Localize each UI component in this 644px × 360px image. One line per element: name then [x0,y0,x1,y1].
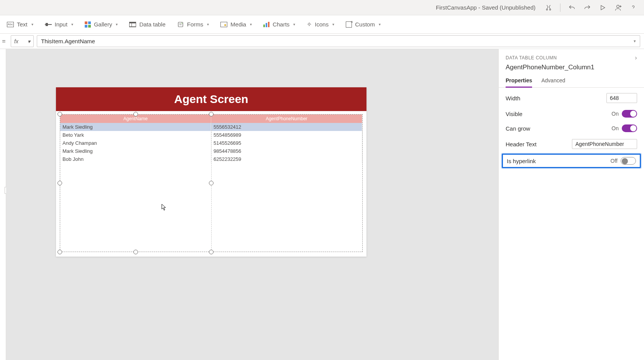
ribbon-data-table[interactable]: Data table [129,21,165,28]
resize-handle[interactable] [209,250,214,254]
column-header-agentphonenumber[interactable]: AgentPhoneNumber [211,115,362,123]
panel-caption: DATA TABLE COLUMN [506,55,557,61]
expand-formula-icon[interactable]: ▾ [634,39,636,44]
ribbon-charts[interactable]: Charts▾ [263,21,295,28]
left-rail [0,49,6,360]
help-button[interactable] [627,2,639,14]
prop-header-text: Header Text AgentPhoneNumber [506,139,637,149]
formula-input[interactable]: ThisItem.AgentName ▾ [37,35,640,47]
app-checker-icon[interactable] [542,2,555,14]
prop-visible: Visible On [506,110,637,118]
app-title: FirstCanvasApp - Saved (Unpublished) [436,4,536,11]
resize-handle[interactable] [133,250,138,254]
custom-icon [346,21,352,28]
media-icon [220,22,227,27]
resize-handle[interactable] [58,181,62,185]
canvas[interactable]: Agent Screen AgentName AgentPhoneNumber … [6,49,498,360]
ribbon-icons[interactable]: ✧ Icons▾ [307,21,334,28]
gallery-icon [85,21,91,28]
ribbon-gallery[interactable]: Gallery▾ [85,21,118,28]
can-grow-toggle[interactable] [622,124,637,132]
insert-ribbon: Abc Text▾ Input▾ Gallery▾ Data table For… [0,15,644,34]
text-icon: Abc [7,22,14,27]
charts-icon [263,22,269,27]
prop-width: Width 648 [506,93,637,103]
ribbon-text[interactable]: Abc Text▾ [7,21,33,28]
resize-handle[interactable] [133,112,138,116]
input-icon [45,24,52,25]
width-input[interactable]: 648 [606,93,637,103]
visible-toggle[interactable] [622,110,637,118]
resize-handle[interactable] [209,181,214,185]
header-text-input[interactable]: AgentPhoneNumber [572,139,637,149]
app-screen: Agent Screen AgentName AgentPhoneNumber … [56,87,366,257]
forms-icon [177,21,184,28]
tab-advanced[interactable]: Advanced [541,77,565,87]
share-button[interactable] [612,2,624,14]
data-table-icon [129,22,136,27]
undo-button[interactable] [566,2,578,14]
ribbon-media[interactable]: Media▾ [220,21,252,28]
title-bar: FirstCanvasApp - Saved (Unpublished) [0,0,644,15]
prop-is-hyperlink: Is hyperlink Off [502,154,641,168]
svg-point-0 [617,5,619,8]
redo-button[interactable] [581,2,593,14]
panel-chevron-right-icon[interactable]: › [635,54,637,61]
is-hyperlink-toggle[interactable] [621,157,636,165]
ribbon-forms[interactable]: Forms▾ [177,21,209,28]
prop-can-grow: Can grow On [506,124,637,132]
ribbon-input[interactable]: Input▾ [45,21,73,28]
data-table-control[interactable]: AgentName AgentPhoneNumber Mark Siedling… [60,114,363,252]
resize-handle[interactable] [58,112,62,116]
resize-handle[interactable] [58,250,62,254]
property-selector[interactable]: fx▾ [11,35,34,47]
screen-header: Agent Screen [56,87,366,111]
equals-label: = [0,35,8,47]
ribbon-custom[interactable]: Custom▾ [346,21,381,28]
svg-rect-1 [178,22,183,27]
properties-panel: DATA TABLE COLUMN › AgentPhoneNumber_Col… [498,49,644,360]
formula-bar: = fx▾ ThisItem.AgentName ▾ [0,34,644,49]
preview-button[interactable] [596,2,609,14]
tab-properties[interactable]: Properties [506,77,532,87]
icons-icon: ✧ [307,21,312,28]
selected-object-name: AgentPhoneNumber_Column1 [506,64,637,71]
resize-handle[interactable] [209,112,214,116]
